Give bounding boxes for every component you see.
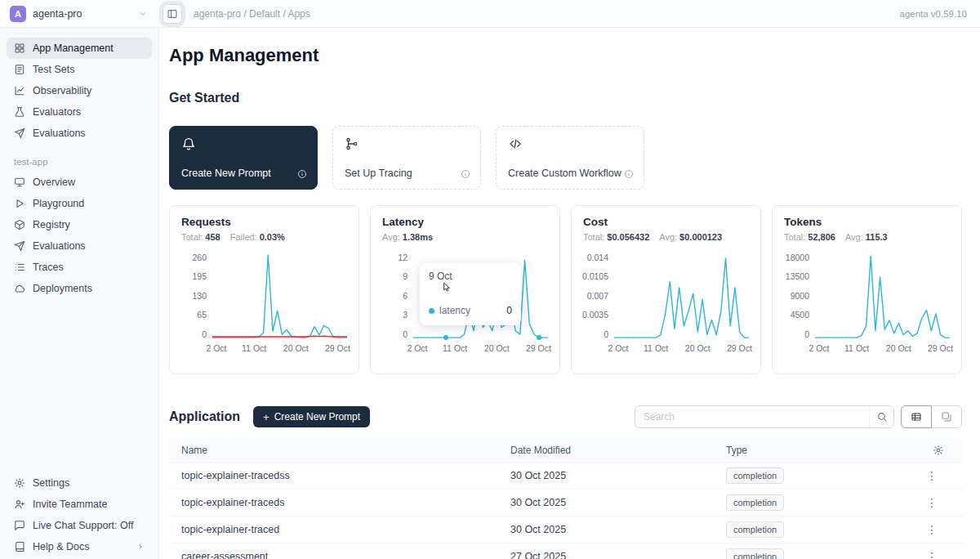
card-label: Set Up Tracing <box>345 168 412 179</box>
app-root: A agenta-pro agenta-pro / Default / Apps… <box>0 0 980 559</box>
top-bar: A agenta-pro agenta-pro / Default / Apps… <box>0 0 980 28</box>
create-new-prompt-card[interactable]: Create New Prompt <box>169 126 318 190</box>
sidebar-item-label: Settings <box>33 477 69 489</box>
sidebar-item-label: Evaluations <box>33 240 86 252</box>
user-plus-icon <box>14 499 25 510</box>
sidebar-item-label: Evaluations <box>33 127 86 139</box>
get-started-cards: Create New Prompt Set Up Tracing Create … <box>169 126 962 190</box>
sidebar-item-registry[interactable]: Registry <box>7 214 152 235</box>
set-up-tracing-card[interactable]: Set Up Tracing <box>332 126 481 190</box>
line-chart[interactable] <box>614 253 749 338</box>
sidebar-item-label: Overview <box>33 177 75 188</box>
info-icon[interactable] <box>297 169 307 179</box>
sidebar-item-traces[interactable]: Traces <box>7 257 152 278</box>
breadcrumb[interactable]: agenta-pro / Default / Apps <box>194 8 310 20</box>
create-custom-workflow-card[interactable]: Create Custom Workflow <box>496 126 644 190</box>
y-axis: 0.0140.01050.0070.00350 <box>583 253 614 338</box>
sidebar-item-label: Traces <box>33 262 64 273</box>
x-axis: 2 Oct11 Oct20 Oct29 Oct <box>815 343 950 355</box>
chart-card-latency: Latency Avg:1.38ms 129630 2 Oct11 Oct20 … <box>370 205 560 374</box>
search-input[interactable] <box>635 411 869 423</box>
plus-icon: + <box>263 412 270 423</box>
search-icon <box>876 411 888 423</box>
chart-title: Requests <box>181 216 347 228</box>
bell-icon <box>181 136 196 151</box>
sidebar-item-app-management[interactable]: App Management <box>7 38 152 59</box>
sidebar-item-evaluators[interactable]: Evaluators <box>7 101 152 123</box>
app-name[interactable]: career-assessment <box>169 551 498 559</box>
table-row[interactable]: topic-explainer-traceds 30 Oct 2025 comp… <box>169 490 962 517</box>
sidebar-item-observability[interactable]: Observability <box>7 80 152 101</box>
app-name[interactable]: topic-explainer-traceds <box>169 497 498 508</box>
sidebar-item-help-docs[interactable]: Help & Docs <box>7 536 152 557</box>
sidebar-item-overview[interactable]: Overview <box>7 172 152 193</box>
table-row[interactable]: career-assessment 27 Oct 2025 completion… <box>169 543 962 559</box>
version-label: agenta v0.59.10 <box>900 9 968 19</box>
cloud-icon <box>14 283 25 294</box>
chart-title: Cost <box>583 216 749 228</box>
row-more-actions-button[interactable]: ⋮ <box>923 497 941 508</box>
sidebar-item-evaluations-app[interactable]: Evaluations <box>7 235 152 257</box>
sidebar: App Management Test Sets Observability E… <box>0 28 159 559</box>
table-view-button[interactable] <box>901 405 932 428</box>
sidebar-bottom: Settings Invite Teammate Live Chat Suppo… <box>0 472 158 557</box>
chart-stats: Avg:1.38ms <box>382 232 548 242</box>
search-button[interactable] <box>869 406 893 427</box>
card-view-button[interactable] <box>931 405 962 428</box>
sidebar-item-label: Playground <box>33 198 84 209</box>
sidebar-item-deployments[interactable]: Deployments <box>7 278 152 299</box>
sidebar-item-live-chat-support[interactable]: Live Chat Support: Off <box>7 515 152 536</box>
table-icon <box>911 411 922 423</box>
sidebar-item-evaluations[interactable]: Evaluations <box>7 123 152 144</box>
flask-icon <box>14 106 25 118</box>
sidebar-item-label: Evaluators <box>33 106 81 118</box>
chart-line-icon <box>14 85 25 96</box>
create-new-prompt-button[interactable]: + Create New Prompt <box>253 406 370 427</box>
table-row[interactable]: topic-explainer-traced 30 Oct 2025 compl… <box>169 517 962 543</box>
chat-bubble-icon <box>14 520 25 531</box>
table-header: Name Date Modified Type <box>169 438 962 463</box>
app-name[interactable]: topic-explainer-tracedss <box>169 470 498 481</box>
play-icon <box>14 198 25 209</box>
type-tag: completion <box>726 467 784 484</box>
table-row[interactable]: topic-explainer-tracedss 30 Oct 2025 com… <box>169 463 962 490</box>
sidebar-item-playground[interactable]: Playground <box>7 193 152 214</box>
chart-stats: Total:52,806 Avg:115.3 <box>784 232 950 242</box>
row-more-actions-button[interactable]: ⋮ <box>923 470 941 481</box>
grid-icon <box>14 42 25 54</box>
sidebar-item-label: Help & Docs <box>33 541 89 552</box>
column-settings-button[interactable] <box>913 445 962 456</box>
sidebar-item-invite-teammate[interactable]: Invite Teammate <box>7 494 152 515</box>
sidebar-toggle-button[interactable] <box>163 4 182 24</box>
sidebar-item-label: Test Sets <box>33 64 74 75</box>
line-chart[interactable] <box>815 253 950 338</box>
search-box <box>635 405 894 428</box>
sidebar-item-settings[interactable]: Settings <box>7 472 152 494</box>
app-date-modified: 30 Oct 2025 <box>498 524 714 535</box>
column-header-name: Name <box>169 445 498 456</box>
y-axis: 129630 <box>382 253 413 338</box>
app-date-modified: 27 Oct 2025 <box>498 551 714 559</box>
page-title: App Management <box>169 44 962 67</box>
workspace-selector[interactable]: A agenta-pro <box>0 6 159 22</box>
type-tag: completion <box>726 521 784 538</box>
x-axis: 2 Oct11 Oct20 Oct29 Oct <box>413 343 548 355</box>
tooltip-series: latency <box>439 305 501 316</box>
chart-stats: Total:458 Failed:0.03% <box>181 232 347 242</box>
document-list-icon <box>14 64 25 75</box>
row-more-actions-button[interactable]: ⋮ <box>923 524 941 535</box>
line-chart[interactable] <box>212 253 347 338</box>
sidebar-item-test-sets[interactable]: Test Sets <box>7 59 152 80</box>
chart-title: Latency <box>382 216 548 228</box>
chart-card-tokens: Tokens Total:52,806 Avg:115.3 1800013500… <box>772 205 962 374</box>
create-button-label: Create New Prompt <box>274 411 360 423</box>
info-icon[interactable] <box>624 169 634 179</box>
view-toggle <box>901 405 962 428</box>
series-dot <box>429 308 434 314</box>
row-more-actions-button[interactable]: ⋮ <box>923 551 941 559</box>
info-icon[interactable] <box>461 169 470 179</box>
app-date-modified: 30 Oct 2025 <box>498 470 714 481</box>
card-label: Create New Prompt <box>181 168 271 179</box>
tooltip-date: 9 Oct <box>429 271 512 282</box>
app-name[interactable]: topic-explainer-traced <box>169 524 498 535</box>
